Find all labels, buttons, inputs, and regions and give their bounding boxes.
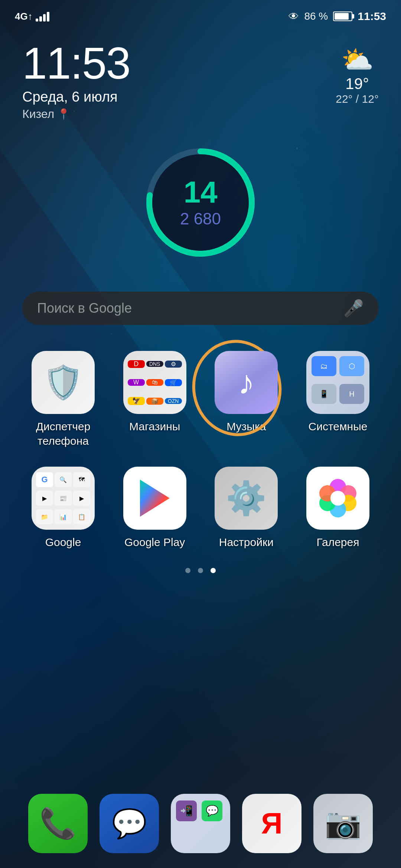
dispatcher-label: Диспетчертелефона bbox=[36, 419, 91, 448]
signal-label: 4G↑ bbox=[15, 11, 33, 22]
app-dispatcher[interactable]: 🛡️ Диспетчертелефона bbox=[22, 351, 104, 448]
battery-icon bbox=[333, 11, 352, 21]
play-label: Google Play bbox=[124, 535, 185, 549]
circle-widget: 14 2 680 bbox=[0, 143, 401, 262]
dock-viber-wa[interactable]: 📲 💬 bbox=[171, 794, 230, 853]
location-pin-icon: 📍 bbox=[57, 108, 70, 120]
circle-steps: 2 680 bbox=[180, 210, 221, 228]
circle-main-number: 14 bbox=[183, 177, 217, 207]
date-text: Среда, 6 июля bbox=[22, 89, 118, 105]
app-system[interactable]: 🗂 ⬡ 📱 H Системные bbox=[297, 351, 379, 448]
svg-point-10 bbox=[330, 491, 345, 506]
dispatcher-icon: 🛡️ bbox=[32, 351, 95, 414]
system-icon: 🗂 ⬡ 📱 H bbox=[306, 351, 369, 414]
eye-icon: 👁 bbox=[288, 10, 299, 23]
location-text: Кизел bbox=[22, 107, 54, 121]
dock-phone[interactable]: 📞 bbox=[28, 794, 88, 853]
messages-icon: 💬 bbox=[100, 794, 159, 853]
app-stores[interactable]: D DNS ⚙ W 🛍 🛒 🦅 📦 OZN Магазины bbox=[114, 351, 196, 448]
status-bar: 4G↑ 👁 86 % 11:53 bbox=[0, 0, 401, 26]
stores-label: Магазины bbox=[129, 419, 180, 434]
status-right: 👁 86 % 11:53 bbox=[288, 10, 386, 23]
phone-icon: 📞 bbox=[28, 794, 88, 853]
date-location: Среда, 6 июля bbox=[22, 89, 130, 105]
gallery-icon bbox=[306, 467, 369, 530]
app-row-2: G 🔍 🗺 ▶ 📰 ▶ 📁 📊 📋 Google bbox=[22, 467, 379, 549]
app-row-1: 🛡️ Диспетчертелефона D DNS ⚙ W 🛍 🛒 🦅 📦 O… bbox=[22, 351, 379, 448]
dot-3[interactable] bbox=[211, 568, 216, 573]
app-settings[interactable]: ⚙️ Настройки bbox=[205, 467, 287, 549]
weather-block: ⛅ 19° 22° / 12° bbox=[336, 45, 379, 105]
search-bar-container[interactable]: Поиск в Google 🎤 bbox=[0, 262, 401, 325]
status-time: 11:53 bbox=[358, 10, 386, 23]
viber-wa-icon: 📲 💬 bbox=[171, 794, 230, 853]
settings-icon: ⚙️ bbox=[215, 467, 278, 530]
weather-temp: 19° bbox=[345, 75, 369, 92]
camera-icon: 📷 bbox=[313, 794, 373, 853]
app-grid: 🛡️ Диспетчертелефона D DNS ⚙ W 🛍 🛒 🦅 📦 O… bbox=[0, 325, 401, 549]
dock: 📞 💬 📲 💬 Я 📷 bbox=[0, 794, 401, 853]
music-note-icon: ♪ bbox=[238, 364, 255, 402]
play-icon bbox=[123, 467, 186, 530]
google-icon: G 🔍 🗺 ▶ 📰 ▶ 📁 📊 📋 bbox=[32, 467, 95, 530]
dock-camera[interactable]: 📷 bbox=[313, 794, 373, 853]
weather-icon: ⛅ bbox=[336, 45, 379, 75]
status-left: 4G↑ bbox=[15, 11, 49, 22]
battery-percent: 86 % bbox=[304, 10, 328, 22]
dock-messages[interactable]: 💬 bbox=[100, 794, 159, 853]
settings-label: Настройки bbox=[219, 535, 274, 549]
dot-1[interactable] bbox=[185, 568, 190, 573]
signal-bars bbox=[36, 11, 49, 22]
app-google[interactable]: G 🔍 🗺 ▶ 📰 ▶ 📁 📊 📋 Google bbox=[22, 467, 104, 549]
dot-2[interactable] bbox=[198, 568, 203, 573]
svg-marker-3 bbox=[140, 480, 170, 517]
search-placeholder: Поиск в Google bbox=[37, 300, 343, 316]
app-music[interactable]: ♪ Музыка bbox=[205, 351, 287, 448]
system-label: Системные bbox=[308, 419, 367, 434]
music-icon: ♪ bbox=[215, 351, 278, 414]
dock-yandex[interactable]: Я bbox=[242, 794, 301, 853]
weather-range: 22° / 12° bbox=[336, 93, 379, 105]
circle-inner: 14 2 680 bbox=[152, 154, 249, 251]
search-bar[interactable]: Поиск в Google 🎤 bbox=[22, 292, 379, 325]
yandex-icon: Я bbox=[242, 794, 301, 853]
mic-icon[interactable]: 🎤 bbox=[343, 299, 364, 318]
app-gallery[interactable]: Галерея bbox=[297, 467, 379, 549]
page-dots bbox=[0, 568, 401, 573]
time-block: 11:53 Среда, 6 июля Кизел 📍 bbox=[22, 41, 130, 121]
time-weather-section: 11:53 Среда, 6 июля Кизел 📍 ⛅ 19° 22° / … bbox=[0, 26, 401, 121]
music-label: Музыка bbox=[226, 419, 266, 434]
gear-icon: ⚙️ bbox=[226, 479, 267, 517]
gallery-label: Галерея bbox=[316, 535, 359, 549]
google-label: Google bbox=[45, 535, 81, 549]
app-google-play[interactable]: Google Play bbox=[114, 467, 196, 549]
stores-icon: D DNS ⚙ W 🛍 🛒 🦅 📦 OZN bbox=[123, 351, 186, 414]
time-display: 11:53 bbox=[22, 41, 130, 85]
